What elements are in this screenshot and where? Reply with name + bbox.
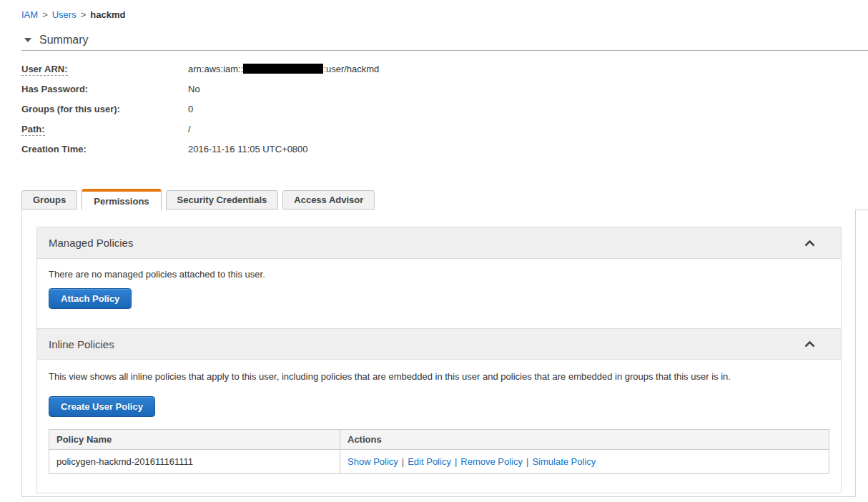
inline-policies-title: Inline Policies	[49, 338, 114, 350]
action-separator: |	[526, 456, 528, 467]
field-row-groups: Groups (for this user): 0	[21, 99, 379, 119]
summary-section-toggle[interactable]: Summary	[24, 34, 88, 46]
user-arn-label[interactable]: User ARN:	[21, 64, 188, 74]
tab-security-credentials[interactable]: Security Credentials	[166, 190, 279, 210]
show-policy-link[interactable]: Show Policy	[347, 456, 398, 467]
attach-policy-button[interactable]: Attach Policy	[49, 288, 132, 309]
managed-policies-empty-message: There are no managed policies attached t…	[49, 269, 829, 280]
action-separator: |	[402, 456, 404, 467]
tab-access-advisor[interactable]: Access Advisor	[282, 190, 375, 210]
breadcrumb: IAM>Users>hackmd	[21, 9, 125, 20]
user-arn-value: arn:aws:iam:::user/hackmd	[188, 64, 379, 74]
path-label[interactable]: Path:	[21, 124, 188, 134]
permissions-tab-panel: Managed Policies There are no managed po…	[21, 210, 856, 497]
policy-name-column-header: Policy Name	[49, 430, 340, 450]
user-detail-tabs: Groups Permissions Security Credentials …	[21, 189, 375, 210]
tab-permissions[interactable]: Permissions	[82, 189, 161, 210]
breadcrumb-current-user: hackmd	[90, 9, 125, 20]
breadcrumb-separator: >	[42, 9, 48, 20]
managed-policies-body: There are no managed policies attached t…	[37, 259, 841, 328]
has-password-label: Has Password:	[21, 84, 188, 94]
creation-time-label: Creation Time:	[21, 144, 188, 154]
managed-policies-title: Managed Policies	[49, 237, 133, 249]
collapse-triangle-icon	[24, 38, 31, 42]
redacted-account-id	[243, 64, 323, 74]
policy-actions-cell: Show Policy|Edit Policy|Remove Policy|Si…	[340, 450, 829, 474]
managed-policies-header[interactable]: Managed Policies	[37, 227, 841, 259]
creation-time-value: 2016-11-16 11:05 UTC+0800	[188, 144, 308, 154]
edit-policy-link[interactable]: Edit Policy	[408, 456, 451, 467]
groups-value: 0	[188, 104, 193, 114]
summary-title: Summary	[39, 34, 88, 46]
field-row-path: Path: /	[21, 119, 379, 139]
field-row-user-arn: User ARN: arn:aws:iam:::user/hackmd	[21, 59, 379, 79]
breadcrumb-link-iam[interactable]: IAM	[21, 9, 38, 20]
chevron-up-icon[interactable]	[804, 341, 815, 348]
tab-groups[interactable]: Groups	[21, 190, 77, 210]
policy-name-cell: policygen-hackmd-201611161111	[49, 450, 340, 474]
field-row-creation-time: Creation Time: 2016-11-16 11:05 UTC+0800	[21, 139, 379, 159]
breadcrumb-separator: >	[81, 9, 87, 20]
inline-policies-header[interactable]: Inline Policies	[37, 328, 841, 360]
iam-user-detail-page: IAM>Users>hackmd Summary User ARN: arn:a…	[0, 0, 868, 502]
create-user-policy-button[interactable]: Create User Policy	[49, 396, 155, 417]
simulate-policy-link[interactable]: Simulate Policy	[532, 456, 596, 467]
action-separator: |	[455, 456, 457, 467]
path-value: /	[188, 124, 191, 134]
remove-policy-link[interactable]: Remove Policy	[460, 456, 523, 467]
inline-policies-body: This view shows all inline policies that…	[37, 360, 841, 493]
policy-sections: Managed Policies There are no managed po…	[36, 227, 842, 493]
chevron-up-icon[interactable]	[804, 240, 815, 247]
breadcrumb-link-users[interactable]: Users	[52, 9, 77, 20]
inline-policies-description: This view shows all inline policies that…	[49, 371, 829, 382]
inline-policies-table: Policy Name Actions policygen-hackmd-201…	[49, 429, 829, 474]
summary-divider	[21, 50, 868, 51]
has-password-value: No	[188, 84, 200, 94]
summary-fields: User ARN: arn:aws:iam:::user/hackmd Has …	[21, 59, 379, 159]
groups-label: Groups (for this user):	[21, 104, 188, 114]
table-row: policygen-hackmd-201611161111 Show Polic…	[49, 450, 829, 474]
actions-column-header: Actions	[340, 430, 829, 450]
field-row-has-password: Has Password: No	[21, 79, 379, 99]
table-header-row: Policy Name Actions	[49, 430, 829, 450]
